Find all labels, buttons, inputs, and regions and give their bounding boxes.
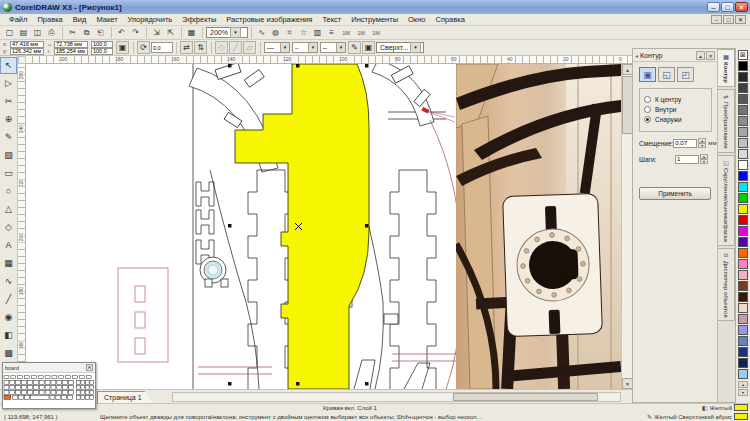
menu-item-вид[interactable]: Вид	[68, 15, 92, 24]
color-swatch[interactable]	[738, 259, 748, 269]
docker-tab-контур[interactable]: ▤Контур	[718, 49, 735, 87]
ellipse-tool[interactable]: ○	[0, 183, 17, 200]
color-swatch[interactable]	[738, 270, 748, 280]
title-bar[interactable]: CorelDRAW X3 - [Рисунок1] – □ ✕	[0, 0, 750, 14]
document-close-button[interactable]: ✕	[735, 15, 746, 24]
chevron-down-icon[interactable]: ▾	[410, 42, 421, 53]
import-icon[interactable]: ⇲	[150, 27, 163, 39]
color-swatch[interactable]	[738, 193, 748, 203]
keyboard-overlay-window[interactable]: board ✕	[2, 362, 96, 409]
drawing-canvas[interactable]	[26, 64, 621, 389]
fill-tool[interactable]: ◧	[0, 327, 17, 344]
color-swatch[interactable]	[738, 171, 748, 181]
lock-ratio-button[interactable]: ▣	[116, 41, 129, 54]
mirror-vertical-button[interactable]: ⇅	[194, 41, 207, 54]
close-button[interactable]: ✕	[735, 2, 748, 12]
rectangle-tool[interactable]: ▭	[0, 165, 17, 182]
freehand-tool[interactable]: ✎	[0, 129, 17, 146]
ruler-origin-button[interactable]	[18, 56, 26, 64]
docker-tab-диспетчер объектов[interactable]: ⧉Диспетчер объектов	[718, 248, 735, 322]
color-swatch[interactable]	[738, 226, 748, 236]
contour-inside-icon[interactable]: ◱	[658, 67, 675, 82]
snap-guidelines-icon[interactable]: ☆	[297, 27, 310, 39]
new-icon[interactable]: ▢	[3, 27, 16, 39]
steps-spinner[interactable]: ▲ ▼	[700, 154, 708, 164]
chevron-down-icon[interactable]: ▾	[230, 27, 241, 38]
app-launcher-icon[interactable]: ▦	[185, 27, 198, 39]
shape-tool[interactable]: ▷	[0, 75, 17, 92]
node-edit-button[interactable]: ◇	[215, 41, 228, 54]
dynamic-guides-icon[interactable]: ≡	[325, 27, 338, 39]
minimize-button[interactable]: –	[707, 2, 720, 12]
text-tool[interactable]: A	[0, 237, 17, 254]
basic-shapes-tool[interactable]: ◇	[0, 219, 17, 236]
eyedropper-tool[interactable]: ╱	[0, 291, 17, 308]
smart-fill-tool[interactable]: ▨	[0, 147, 17, 164]
snap-toggle-3[interactable]: 1М	[369, 27, 383, 39]
color-swatch[interactable]	[738, 325, 748, 335]
blend-tool[interactable]: ∿	[0, 273, 17, 290]
docker-collapse-button[interactable]: ▴	[696, 51, 705, 60]
color-swatch[interactable]	[738, 182, 748, 192]
color-swatch[interactable]	[738, 237, 748, 247]
color-swatch[interactable]	[738, 116, 748, 126]
zoom-level-combo[interactable]: 200% ▾	[206, 27, 248, 38]
interactive-fill-tool[interactable]: ▩	[0, 345, 17, 362]
object-height-field[interactable]	[54, 48, 88, 55]
polygon-tool[interactable]: △	[0, 201, 17, 218]
color-swatch[interactable]	[738, 303, 748, 313]
contour-to-center-icon[interactable]: ▣	[639, 67, 656, 82]
color-swatch[interactable]	[738, 94, 748, 104]
maximize-button[interactable]: □	[721, 2, 734, 12]
keyboard-overlay-close-button[interactable]: ✕	[86, 364, 93, 371]
pick-tool[interactable]: ↖	[0, 57, 17, 74]
rotation-angle-field[interactable]	[151, 42, 173, 53]
color-swatch[interactable]	[738, 204, 748, 214]
menu-item-упорядочить[interactable]: Упорядочить	[123, 15, 178, 24]
chevron-down-icon[interactable]: ▾	[280, 43, 289, 52]
outline-pen-dialog-button[interactable]: ✎	[348, 41, 361, 54]
outline-width-combo[interactable]: Сверхт... ▾	[376, 42, 424, 53]
snap-toggle-1[interactable]: 1М	[339, 27, 353, 39]
horizontal-ruler[interactable]: 200180160140120100806040200	[26, 56, 632, 64]
object-x-field[interactable]	[10, 41, 44, 48]
export-icon[interactable]: ⇱	[164, 27, 177, 39]
color-swatch[interactable]	[738, 83, 748, 93]
document-restore-button[interactable]: □	[723, 15, 734, 24]
chevron-down-icon[interactable]: ▾	[308, 43, 317, 52]
apply-button[interactable]: Применить	[639, 187, 711, 200]
contour-outside-icon[interactable]: ◰	[677, 67, 694, 82]
radio-icon[interactable]	[644, 106, 651, 113]
menu-item-текст[interactable]: Текст	[317, 15, 346, 24]
end-arrowhead-combo[interactable]: – ▾	[320, 42, 346, 53]
color-swatch[interactable]	[738, 149, 748, 159]
drawing-surface[interactable]	[26, 64, 621, 389]
color-swatch[interactable]	[738, 61, 748, 71]
vertical-ruler[interactable]: 260240220200180160	[18, 64, 26, 389]
start-arrowhead-combo[interactable]: — ▾	[264, 42, 290, 53]
docker-tab-скругление[interactable]: ◱Скругление/выемка/фаска	[718, 155, 735, 246]
copy-icon[interactable]: ⧉	[80, 27, 93, 39]
color-swatch[interactable]	[738, 314, 748, 324]
color-swatch[interactable]	[738, 105, 748, 115]
menu-item-справка[interactable]: Справка	[430, 15, 469, 24]
line-style-combo[interactable]: ⎯ ▾	[292, 42, 318, 53]
undo-icon[interactable]: ↶	[115, 27, 128, 39]
color-swatch[interactable]	[738, 160, 748, 170]
open-icon[interactable]: ▤	[17, 27, 30, 39]
horizontal-scroll-thumb[interactable]	[453, 393, 598, 401]
spinner-down-icon[interactable]: ▼	[700, 159, 708, 164]
redo-icon[interactable]: ↷	[129, 27, 142, 39]
horizontal-scrollbar[interactable]	[172, 392, 621, 402]
steps-field[interactable]	[675, 155, 699, 164]
outline-color-dialog-button[interactable]: ▣	[362, 41, 375, 54]
menu-item-правка[interactable]: Правка	[32, 15, 67, 24]
outline-tool[interactable]: ◉	[0, 309, 17, 326]
docker-close-button[interactable]: ✕	[706, 51, 715, 60]
menu-item-эффекты[interactable]: Эффекты	[177, 15, 221, 24]
document-minimize-button[interactable]: –	[711, 15, 722, 24]
menu-item-макет[interactable]: Макет	[91, 15, 122, 24]
chevron-down-icon[interactable]: ▾	[336, 43, 345, 52]
color-swatch[interactable]	[738, 72, 748, 82]
zoom-tool[interactable]: ⊕	[0, 111, 17, 128]
